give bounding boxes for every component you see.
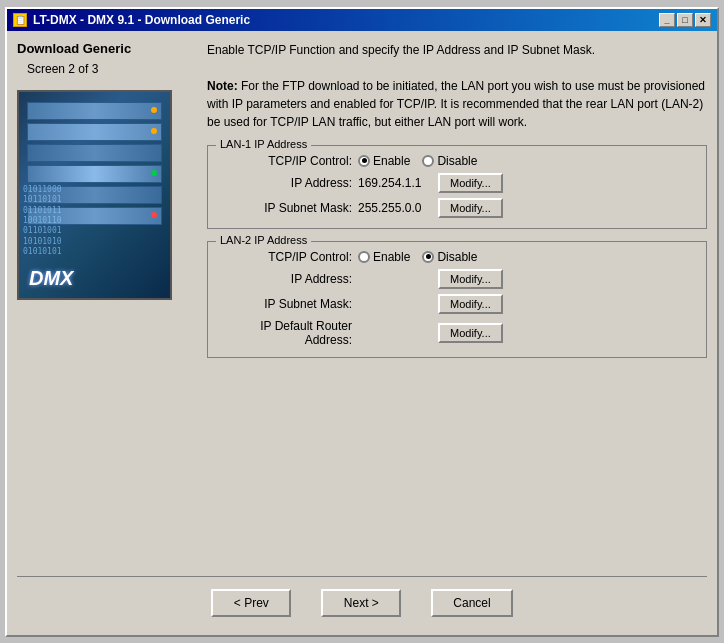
next-button[interactable]: Next > bbox=[321, 589, 401, 617]
lan2-tcpip-label: TCP/IP Control: bbox=[218, 250, 358, 264]
window-title: LT-DMX - DMX 9.1 - Download Generic bbox=[33, 13, 250, 27]
prev-button[interactable]: < Prev bbox=[211, 589, 291, 617]
lan1-disable-option[interactable]: Disable bbox=[422, 154, 477, 168]
rack-body: 0101100010110101011010111001011001101001… bbox=[19, 92, 170, 298]
lan1-subnet-row: IP Subnet Mask: 255.255.0.0 Modify... bbox=[218, 198, 696, 218]
lan1-subnet-value: 255.255.0.0 bbox=[358, 201, 438, 215]
content-area: Download Generic Screen 2 of 3 bbox=[17, 41, 707, 570]
lan2-ip-label: IP Address: bbox=[218, 272, 358, 286]
lan1-enable-label: Enable bbox=[373, 154, 410, 168]
intro-line1: Enable TCP/IP Function and specify the I… bbox=[207, 43, 595, 57]
lan2-tcpip-row: TCP/IP Control: Enable Disable bbox=[218, 250, 696, 264]
right-panel: Enable TCP/IP Function and specify the I… bbox=[197, 41, 707, 570]
lan1-ip-label: IP Address: bbox=[218, 176, 358, 190]
rack-slot-3 bbox=[27, 144, 162, 162]
lan1-group: LAN-1 IP Address TCP/IP Control: Enable … bbox=[207, 145, 707, 229]
minimize-button[interactable]: _ bbox=[659, 13, 675, 27]
lan1-enable-radio[interactable] bbox=[358, 155, 370, 167]
lan2-disable-label: Disable bbox=[437, 250, 477, 264]
rack-slot-1 bbox=[27, 102, 162, 120]
lan1-subnet-modify-button[interactable]: Modify... bbox=[438, 198, 503, 218]
note-label: Note: bbox=[207, 79, 238, 93]
lan1-enable-option[interactable]: Enable bbox=[358, 154, 410, 168]
left-panel: Download Generic Screen 2 of 3 bbox=[17, 41, 197, 570]
bottom-bar: < Prev Next > Cancel bbox=[17, 576, 707, 625]
lan1-subnet-label: IP Subnet Mask: bbox=[218, 201, 358, 215]
maximize-button[interactable]: □ bbox=[677, 13, 693, 27]
lan2-router-modify-button[interactable]: Modify... bbox=[438, 323, 503, 343]
lan2-enable-label: Enable bbox=[373, 250, 410, 264]
lan2-enable-option[interactable]: Enable bbox=[358, 250, 410, 264]
lan2-disable-radio[interactable] bbox=[422, 251, 434, 263]
window-body: Download Generic Screen 2 of 3 bbox=[7, 31, 717, 635]
lan2-subnet-label: IP Subnet Mask: bbox=[218, 297, 358, 311]
main-window: 📋 LT-DMX - DMX 9.1 - Download Generic _ … bbox=[5, 7, 719, 637]
lan2-legend: LAN-2 IP Address bbox=[216, 234, 311, 246]
lan1-ip-modify-button[interactable]: Modify... bbox=[438, 173, 503, 193]
lan2-router-label: IP Default Router Address: bbox=[218, 319, 358, 347]
app-icon: 📋 bbox=[13, 13, 27, 27]
lan2-disable-option[interactable]: Disable bbox=[422, 250, 477, 264]
lan1-ip-row: IP Address: 169.254.1.1 Modify... bbox=[218, 173, 696, 193]
lan2-subnet-modify-button[interactable]: Modify... bbox=[438, 294, 503, 314]
lan2-group: LAN-2 IP Address TCP/IP Control: Enable … bbox=[207, 241, 707, 358]
close-button[interactable]: ✕ bbox=[695, 13, 711, 27]
screen-label: Screen 2 of 3 bbox=[27, 62, 187, 76]
title-bar-left: 📋 LT-DMX - DMX 9.1 - Download Generic bbox=[13, 13, 250, 27]
lan1-disable-radio[interactable] bbox=[422, 155, 434, 167]
lan1-ip-value: 169.254.1.1 bbox=[358, 176, 438, 190]
lan1-tcpip-row: TCP/IP Control: Enable Disable bbox=[218, 154, 696, 168]
lan1-radio-group: Enable Disable bbox=[358, 154, 477, 168]
lan2-enable-radio[interactable] bbox=[358, 251, 370, 263]
lan1-legend: LAN-1 IP Address bbox=[216, 138, 311, 150]
lan2-router-row: IP Default Router Address: Modify... bbox=[218, 319, 696, 347]
rack-slot-4 bbox=[27, 165, 162, 183]
title-bar: 📋 LT-DMX - DMX 9.1 - Download Generic _ … bbox=[7, 9, 717, 31]
binary-text: 0101100010110101011010111001011001101001… bbox=[23, 185, 62, 258]
lan2-radio-group: Enable Disable bbox=[358, 250, 477, 264]
dmx-label: DMX bbox=[29, 267, 160, 290]
title-bar-buttons: _ □ ✕ bbox=[659, 13, 711, 27]
lan1-tcpip-label: TCP/IP Control: bbox=[218, 154, 358, 168]
lan2-subnet-row: IP Subnet Mask: Modify... bbox=[218, 294, 696, 314]
note-text: For the FTP download to be initiated, th… bbox=[207, 79, 705, 129]
section-title: Download Generic bbox=[17, 41, 187, 56]
lan1-disable-label: Disable bbox=[437, 154, 477, 168]
device-image: 0101100010110101011010111001011001101001… bbox=[17, 90, 172, 300]
cancel-button[interactable]: Cancel bbox=[431, 589, 512, 617]
lan2-ip-row: IP Address: Modify... bbox=[218, 269, 696, 289]
rack-slot-2 bbox=[27, 123, 162, 141]
intro-text: Enable TCP/IP Function and specify the I… bbox=[207, 41, 707, 131]
lan2-ip-modify-button[interactable]: Modify... bbox=[438, 269, 503, 289]
